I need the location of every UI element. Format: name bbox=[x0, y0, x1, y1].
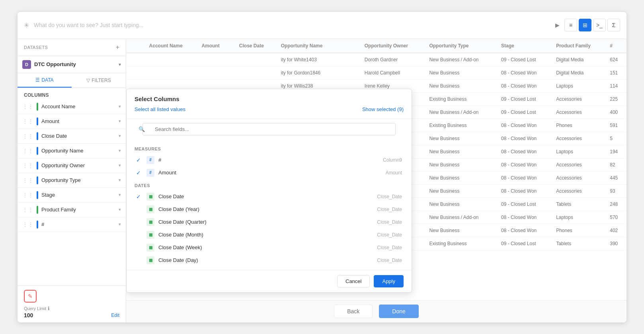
modal-footer: Cancel Apply bbox=[127, 270, 412, 292]
col-name: Close Date bbox=[41, 133, 119, 139]
field-name: Close Date bbox=[158, 193, 373, 199]
modal-search-input[interactable] bbox=[142, 123, 396, 135]
modal-field-row[interactable]: ▦Close Date (Quarter)Close_Date bbox=[135, 216, 404, 229]
modal-field-row[interactable]: ✓##Column9 bbox=[135, 154, 404, 166]
search-input[interactable] bbox=[34, 22, 550, 28]
sigma-btn[interactable]: Σ bbox=[607, 19, 620, 31]
body-wrap: Datasets + D DTC Opportunity ▾ ☰ DATA bbox=[18, 39, 626, 322]
column-item-product-family[interactable]: ⋮⋮ Product Family ▾ bbox=[18, 203, 126, 217]
apply-button[interactable]: Apply bbox=[374, 275, 404, 287]
add-dataset-btn[interactable]: + bbox=[116, 44, 119, 51]
col-color-bar bbox=[37, 176, 38, 184]
field-name: Close Date (Day) bbox=[158, 257, 373, 263]
col-chevron-icon: ▾ bbox=[119, 119, 121, 124]
datasets-label: Datasets bbox=[24, 45, 48, 50]
dataset-chevron-icon[interactable]: ▾ bbox=[119, 62, 121, 67]
tab-data[interactable]: ☰ DATA bbox=[18, 73, 72, 88]
tab-filters[interactable]: ▽ FILTERS bbox=[72, 73, 126, 88]
tab-data-label: DATA bbox=[41, 77, 53, 83]
modal-section-label: Measures bbox=[135, 146, 404, 151]
top-bar: ✳ ▶ ≡ ⊞ >_ Σ bbox=[18, 12, 626, 39]
info-icon: ℹ bbox=[48, 306, 50, 311]
field-name: Close Date (Month) bbox=[158, 232, 373, 238]
grid-btn[interactable]: ⊞ bbox=[579, 19, 591, 31]
column-item-opportunity-owner[interactable]: ⋮⋮ Opportunity Owner ▾ bbox=[18, 158, 126, 173]
col-color-bar bbox=[37, 191, 38, 199]
col-color-bar bbox=[37, 221, 38, 229]
column-item-hash[interactable]: ⋮⋮ # ▾ bbox=[18, 217, 126, 232]
column-item-amount[interactable]: ⋮⋮ Amount ▾ bbox=[18, 114, 126, 129]
modal-field-row[interactable]: ✓#AmountAmount bbox=[135, 166, 404, 179]
col-chevron-icon: ▾ bbox=[119, 104, 121, 109]
query-limit-row: 100 Edit bbox=[24, 312, 119, 318]
show-selected-link[interactable]: Show selected (9) bbox=[362, 106, 404, 112]
field-name: Close Date (Week) bbox=[158, 244, 373, 250]
select-all-link[interactable]: Select all listed values bbox=[135, 106, 185, 112]
col-chevron-icon: ▾ bbox=[119, 192, 121, 197]
select-columns-modal: Select Columns Select all listed values … bbox=[126, 89, 412, 293]
data-tab-icon: ☰ bbox=[35, 77, 40, 83]
col-name: Amount bbox=[41, 118, 119, 124]
check-icon: ✓ bbox=[136, 170, 142, 176]
edit-pencil-btn[interactable]: ✎ bbox=[24, 290, 37, 303]
modal-search-icon: 🔍 bbox=[139, 126, 145, 132]
column-item-stage[interactable]: ⋮⋮ Stage ▾ bbox=[18, 188, 126, 203]
field-source: Close_Date bbox=[377, 232, 402, 238]
dataset-name-row: D DTC Opportunity ▾ bbox=[18, 56, 126, 73]
code-btn[interactable]: >_ bbox=[593, 19, 606, 31]
col-chevron-icon: ▾ bbox=[119, 148, 121, 153]
field-name: # bbox=[158, 157, 379, 163]
field-source: Close_Date bbox=[377, 258, 402, 263]
check-icon: ✓ bbox=[136, 157, 142, 163]
filter-btn[interactable]: ≡ bbox=[564, 19, 577, 31]
main-content: Account Name Amount Close Date Opportuni… bbox=[126, 39, 626, 322]
column-item-account-name[interactable]: ⋮⋮ Account Name ▾ bbox=[18, 100, 126, 114]
modal-field-row[interactable]: ▦Close Date (Week)Close_Date bbox=[135, 241, 404, 254]
dataset-icon: D bbox=[22, 60, 31, 69]
col-chevron-icon: ▾ bbox=[119, 207, 121, 212]
date-type-icon: ▦ bbox=[146, 256, 154, 264]
field-source: Close_Date bbox=[377, 207, 402, 212]
measure-type-icon: # bbox=[146, 169, 154, 177]
col-color-bar bbox=[37, 103, 38, 111]
modal-field-row[interactable]: ▦Close Date (Year)Close_Date bbox=[135, 203, 404, 216]
video-icon: ▶ bbox=[555, 22, 560, 28]
top-bar-actions: ≡ ⊞ >_ Σ bbox=[564, 19, 620, 31]
col-name: Stage bbox=[41, 192, 119, 198]
drag-handle-icon: ⋮⋮ bbox=[22, 221, 33, 228]
column-item-opportunity-type[interactable]: ⋮⋮ Opportunity Type ▾ bbox=[18, 173, 126, 188]
date-type-icon: ▦ bbox=[146, 231, 154, 239]
date-type-icon: ▦ bbox=[146, 193, 154, 201]
modal-search-wrap: 🔍 bbox=[135, 119, 404, 139]
drag-handle-icon: ⋮⋮ bbox=[22, 118, 33, 125]
modal-field-row[interactable]: ▦Close Date (Day)Close_Date bbox=[135, 254, 404, 267]
drag-handle-icon: ⋮⋮ bbox=[22, 162, 33, 169]
measure-type-icon: # bbox=[146, 156, 154, 164]
col-name: # bbox=[41, 221, 119, 227]
modal-title: Select Columns bbox=[135, 96, 404, 102]
col-color-bar bbox=[37, 132, 38, 140]
modal-field-row[interactable]: ✓▦Close DateClose_Date bbox=[135, 190, 404, 203]
cancel-button[interactable]: Cancel bbox=[337, 275, 370, 287]
field-source: Close_Date bbox=[377, 219, 402, 225]
modal-field-row[interactable]: ▦Close Date (Month)Close_Date bbox=[135, 229, 404, 241]
query-limit-value: 100 bbox=[24, 312, 33, 318]
drag-handle-icon: ⋮⋮ bbox=[22, 104, 33, 110]
field-name: Close Date (Year) bbox=[158, 206, 373, 212]
drag-handle-icon: ⋮⋮ bbox=[22, 148, 33, 154]
date-type-icon: ▦ bbox=[146, 218, 154, 226]
modal-header: Select Columns Select all listed values … bbox=[127, 89, 412, 119]
drag-handle-icon: ⋮⋮ bbox=[22, 192, 33, 198]
field-source: Close_Date bbox=[377, 245, 402, 250]
column-item-opportunity-name[interactable]: ⋮⋮ Opportunity Name ▾ bbox=[18, 144, 126, 158]
modal-actions-row: Select all listed values Show selected (… bbox=[135, 106, 404, 112]
date-type-icon: ▦ bbox=[146, 244, 154, 252]
field-source: Close_Date bbox=[377, 194, 402, 199]
col-chevron-icon: ▾ bbox=[119, 222, 121, 227]
search-icon: ✳ bbox=[24, 21, 29, 29]
field-name: Close Date (Quarter) bbox=[158, 219, 373, 225]
col-chevron-icon: ▾ bbox=[119, 133, 121, 139]
column-item-close-date[interactable]: ⋮⋮ Close Date ▾ bbox=[18, 129, 126, 144]
col-name: Opportunity Owner bbox=[41, 162, 119, 168]
query-limit-edit-link[interactable]: Edit bbox=[111, 313, 119, 318]
